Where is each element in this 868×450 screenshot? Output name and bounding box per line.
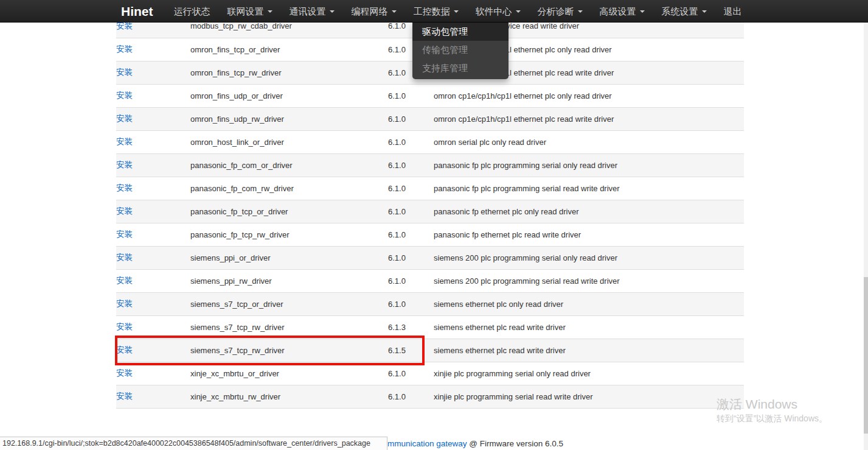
install-link[interactable]: 安装	[116, 322, 133, 331]
caret-down-icon	[516, 10, 521, 13]
driver-name: panasonic_fp_tcp_rw_driver	[190, 223, 388, 246]
driver-version: 6.1.0	[388, 153, 434, 177]
gateway-footer-link[interactable]: mmunication gateway	[387, 439, 467, 448]
driver-name: omron_fins_tcp_or_driver	[190, 38, 388, 61]
driver-version: 6.1.0	[388, 292, 434, 315]
nav-menu-label: 高级设置	[600, 0, 636, 23]
nav-menu-item[interactable]: 退出	[715, 0, 751, 23]
nav-menu-item[interactable]: 工控数据	[405, 0, 467, 23]
driver-version: 6.1.0	[388, 107, 434, 130]
table-row: 安装 siemens_s7_tcp_or_driver 6.1.0 siemen…	[116, 292, 744, 315]
vertical-scrollbar-thumb[interactable]	[864, 277, 868, 434]
install-link[interactable]: 安装	[116, 137, 133, 146]
table-row: 安装 xinje_xc_mbrtu_or_driver 6.1.0 xinjie…	[116, 362, 744, 385]
driver-name: omron_fins_udp_or_driver	[190, 84, 388, 107]
driver-version: 6.1.0	[388, 177, 434, 200]
watermark-title: 激活 Windows	[717, 397, 827, 412]
nav-menu-label: 分析诊断	[538, 0, 574, 23]
table-row: 安装 siemens_s7_tcp_rw_driver 6.1.5 siemen…	[116, 339, 744, 362]
table-row: 安装 panasonic_fp_com_or_driver 6.1.0 pana…	[116, 153, 744, 177]
caret-down-icon	[330, 10, 335, 13]
driver-description: panasonic fp ethernet plc only read driv…	[434, 200, 744, 223]
dropdown-menu-item[interactable]: 传输包管理	[412, 41, 509, 59]
caret-down-icon	[702, 10, 707, 13]
table-row: 安装 xinje_xc_mbrtu_rw_driver 6.1.0 xinjie…	[116, 385, 744, 408]
driver-name: siemens_s7_tcp_or_driver	[190, 292, 388, 315]
install-link[interactable]: 安装	[116, 345, 133, 354]
driver-version: 6.1.0	[388, 246, 434, 269]
driver-name: siemens_s7_tcp_rw_driver	[190, 315, 388, 339]
driver-description: xinjie plc programming serial read write…	[434, 385, 744, 408]
nav-menu-item[interactable]: 软件中心	[467, 0, 529, 23]
nav-menu-item[interactable]: 分析诊断	[529, 0, 591, 23]
nav-menu-item[interactable]: 通讯设置	[281, 0, 343, 23]
install-link[interactable]: 安装	[116, 114, 133, 123]
install-link[interactable]: 安装	[116, 253, 133, 262]
driver-description: omron cp1e/cp1h/cp1l ethernet plc only r…	[434, 84, 744, 107]
install-link[interactable]: 安装	[116, 368, 133, 378]
nav-menu-label: 编程网络	[352, 0, 388, 23]
table-row: 安装 siemens_ppi_or_driver 6.1.0 siemens 2…	[116, 246, 744, 269]
driver-name: omron_fins_udp_rw_driver	[190, 107, 388, 130]
nav-menu-label: 系统设置	[662, 0, 698, 23]
driver-description: siemens ethernet plc read write driver	[434, 315, 744, 339]
driver-version: 6.1.5	[388, 339, 434, 362]
install-link[interactable]: 安装	[116, 299, 133, 308]
browser-status-url: 192.168.9.1/cgi-bin/luci/;stok=b2d8c420a…	[0, 437, 387, 450]
install-link[interactable]: 安装	[116, 160, 133, 169]
nav-menu-label: 退出	[724, 0, 742, 23]
watermark-subtitle: 转到“设置”以激活 Windows。	[717, 412, 827, 424]
caret-down-icon	[454, 10, 459, 13]
driver-version: 6.1.0	[388, 84, 434, 107]
software-center-dropdown: 驱动包管理传输包管理支持库管理	[412, 23, 509, 79]
nav-menu-item[interactable]: 编程网络	[343, 0, 405, 23]
nav-menu-label: 运行状态	[174, 0, 210, 23]
page-footer: mmunication gateway @ Firmware version 6…	[387, 439, 563, 448]
table-row: 安装 omron_fins_udp_or_driver 6.1.0 omron …	[116, 84, 744, 107]
driver-description: panasonic fp plc programming serial read…	[434, 177, 744, 200]
install-link[interactable]: 安装	[116, 21, 133, 30]
vertical-scrollbar-track[interactable]	[864, 23, 868, 450]
nav-menu-item[interactable]: 运行状态	[165, 0, 219, 23]
nav-menu-label: 软件中心	[476, 0, 512, 23]
install-link[interactable]: 安装	[116, 91, 133, 100]
driver-name: panasonic_fp_com_or_driver	[190, 153, 388, 177]
driver-description: siemens ethernet plc read write driver	[434, 339, 744, 362]
driver-description: siemens ethernet plc only read driver	[434, 292, 744, 315]
install-link[interactable]: 安装	[116, 183, 133, 192]
caret-down-icon	[578, 10, 583, 13]
install-link[interactable]: 安装	[116, 206, 133, 216]
driver-description: omron cp1e/cp1h/cp1l ethernet plc read w…	[434, 107, 744, 130]
table-row: 安装 panasonic_fp_tcp_or_driver 6.1.0 pana…	[116, 200, 744, 223]
table-row: 安装 omron_host_link_or_driver 6.1.0 omron…	[116, 130, 744, 153]
install-link[interactable]: 安装	[116, 44, 133, 54]
install-link[interactable]: 安装	[116, 392, 133, 401]
dropdown-menu-item[interactable]: 支持库管理	[412, 59, 509, 77]
driver-description: panasonic fp ethernet plc read write dri…	[434, 223, 744, 246]
dropdown-menu-item[interactable]: 驱动包管理	[412, 23, 509, 41]
brand-logo[interactable]: Hinet	[121, 0, 153, 23]
nav-menu-item[interactable]: 高级设置	[591, 0, 653, 23]
driver-version: 6.1.0	[388, 362, 434, 385]
nav-menu-item[interactable]: 联网设置	[219, 0, 281, 23]
nav-menu-label: 工控数据	[414, 0, 450, 23]
driver-name: omron_host_link_or_driver	[190, 130, 388, 153]
nav-menu-label: 通讯设置	[290, 0, 326, 23]
driver-description: siemens 200 plc programming serial only …	[434, 246, 744, 269]
install-link[interactable]: 安装	[116, 230, 133, 239]
driver-name: siemens_ppi_rw_driver	[190, 269, 388, 292]
table-row: 安装 siemens_s7_tcp_rw_driver 6.1.3 siemen…	[116, 315, 744, 339]
driver-version: 6.1.3	[388, 315, 434, 339]
driver-description: siemens 200 plc programming serial read …	[434, 269, 744, 292]
driver-description: omron serial plc only read driver	[434, 130, 744, 153]
nav-menu-item[interactable]: 系统设置	[653, 0, 715, 23]
install-link[interactable]: 安装	[116, 68, 133, 77]
caret-down-icon	[268, 10, 273, 13]
driver-version: 6.1.0	[388, 130, 434, 153]
driver-version: 6.1.0	[388, 200, 434, 223]
nav-menu-label: 联网设置	[227, 0, 264, 23]
install-link[interactable]: 安装	[116, 276, 133, 285]
driver-name: xinje_xc_mbrtu_or_driver	[190, 362, 388, 385]
driver-name: omron_fins_tcp_rw_driver	[190, 61, 388, 84]
driver-description: xinjie plc programming serial only read …	[434, 362, 744, 385]
